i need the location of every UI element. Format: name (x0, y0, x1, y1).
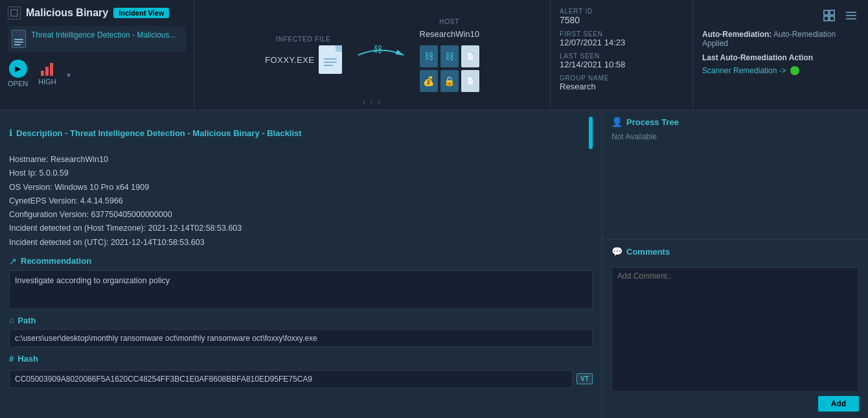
recommendation-title: Recommendation (21, 256, 91, 266)
first-seen-label: FIRST SEEN (560, 30, 683, 38)
scroll-indicator (589, 117, 593, 149)
high-label: HIGH (38, 78, 56, 86)
play-icon: ▶ (9, 60, 27, 78)
grid-icon[interactable] (843, 8, 859, 23)
green-dot (790, 66, 799, 75)
host-label: HOST (439, 18, 459, 25)
comments-icon: 💬 (611, 246, 622, 257)
desc-line-5: Configuration Version: 63775040500000000… (9, 208, 593, 222)
doc-icon (319, 45, 342, 74)
alert-file-icon (12, 30, 26, 48)
payload-icon-3: 📄 (461, 45, 479, 67)
payload-icon-2: ⛓ (440, 45, 459, 67)
comments-panel: 💬 Comments Add (602, 240, 868, 418)
desc-line-7: Incident detected on (UTC): 2021-12-14T1… (9, 236, 593, 250)
svg-text:⛓: ⛓ (373, 44, 382, 54)
svg-rect-5 (824, 16, 828, 21)
desc-line-3: OS Version: Windows 10 Pro x64 1909 (9, 181, 593, 194)
process-tree-icon: 👤 (611, 117, 622, 127)
vt-button[interactable]: VT (577, 373, 593, 384)
description-content: Hostname: ResearchWin10 Host Ip: 5.0.0.5… (9, 153, 593, 250)
comments-title: Comments (626, 247, 670, 257)
checkbox[interactable] (8, 6, 21, 19)
payload-icon-5: 🔒 (440, 70, 459, 92)
process-tree-title: Process Tree (626, 117, 679, 127)
scanner-link[interactable]: Scanner Remediation -> (702, 66, 859, 75)
recommendation-content: Investigate according to organization po… (9, 270, 593, 309)
alert-id-label: ALERT ID (560, 8, 683, 15)
last-action-label: Last Auto-Remediation Action (702, 53, 859, 62)
host-name: ResearchWin10 (420, 29, 480, 39)
path-title: Path (17, 316, 36, 325)
payload-icon-6: 📄 (461, 70, 479, 92)
first-seen-value: 12/07/2021 14:23 (560, 38, 683, 47)
incident-badge: Incident View (113, 8, 169, 18)
svg-rect-0 (11, 10, 17, 16)
payload-icon-4: 💰 (420, 70, 438, 92)
hash-value: CC05003909A8020086F5A1620CC48254FF3BC1E0… (9, 370, 573, 388)
hash-title: Hash (17, 354, 38, 364)
path-icon: ⌂ (9, 316, 14, 325)
process-tree-value: Not Available (611, 132, 859, 141)
hash-icon: # (9, 354, 14, 364)
desc-line-6: Incident detected on (Host Timezone): 20… (9, 222, 593, 235)
resize-handle[interactable]: ↕ ↕ ↕ (362, 99, 382, 106)
add-comment-button[interactable]: Add (818, 396, 859, 412)
desc-line-1: Hostname: ResearchWin10 (9, 153, 593, 167)
infection-arrow: ⛓ (355, 42, 407, 68)
high-status-btn[interactable]: HIGH (38, 62, 56, 86)
svg-rect-4 (830, 10, 834, 15)
desc-line-4: CynetEPS Version: 4.4.14.5966 (9, 194, 593, 208)
payload-icon-1: ⛓ (420, 45, 438, 67)
layout-icon[interactable] (821, 8, 837, 23)
recommendation-icon: ↗ (9, 256, 17, 266)
path-value: c:\users\user\desktop\monthly ransomware… (9, 329, 593, 347)
info-icon: ℹ (9, 128, 12, 138)
alert-title[interactable]: Threat Intelligence Detection - Maliciou… (31, 30, 176, 41)
page-title: Malicious Binary (26, 7, 108, 19)
svg-rect-3 (824, 10, 828, 15)
file-name: foxxy.exe (265, 55, 315, 65)
severity-icon (41, 62, 53, 76)
desc-line-2: Host Ip: 5.0.0.59 (9, 167, 593, 180)
alert-id-value: 7580 (560, 15, 683, 25)
open-label: OPEN (8, 80, 28, 87)
description-title: Description - Threat Intelligence Detect… (16, 128, 302, 138)
process-tree-panel: 👤 Process Tree Not Available (602, 110, 868, 240)
group-name-value: Research (560, 82, 683, 91)
infected-label: INFECTED FILE (276, 36, 330, 43)
group-name-label: GROUP NAME (560, 75, 683, 82)
chevron-down-icon[interactable]: ▾ (67, 71, 71, 80)
svg-rect-6 (830, 16, 834, 21)
last-seen-value: 12/14/2021 10:58 (560, 60, 683, 69)
open-status-btn[interactable]: ▶ OPEN (8, 60, 28, 87)
auto-remediation-row: Auto-Remediation: Auto-Remediation Appli… (702, 30, 859, 48)
last-seen-label: LAST SEEN (560, 52, 683, 60)
comment-input[interactable] (611, 267, 859, 392)
